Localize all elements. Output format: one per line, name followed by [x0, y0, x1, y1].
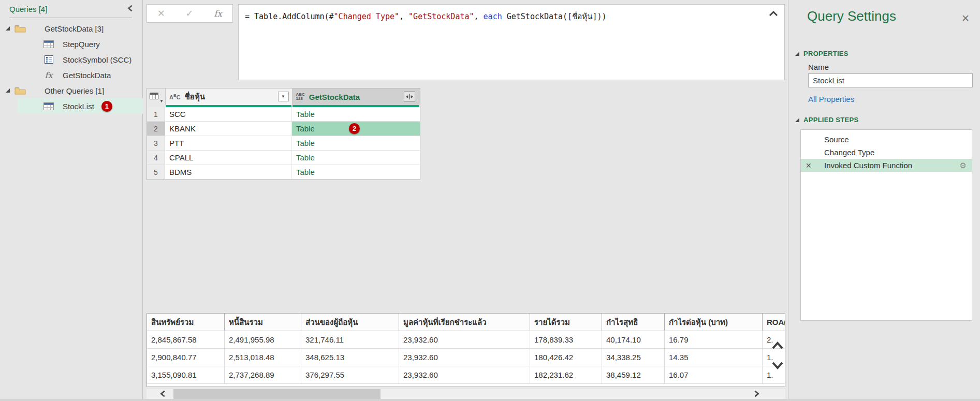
row-number[interactable]: 3 — [147, 136, 165, 150]
table-icon — [43, 102, 54, 110]
expand-triangle-icon[interactable] — [5, 88, 11, 93]
sidebar-item-label: GetStockData — [63, 71, 111, 80]
preview-column-header[interactable]: มูลค่าหุ้นที่เรียกชำระแล้ว — [399, 314, 530, 331]
preview-row: 3,155,090.812,737,268.89376,297.5523,932… — [147, 366, 785, 384]
getstockdata-cell[interactable]: Table — [292, 136, 420, 150]
sidebar-item[interactable]: StepQuery — [0, 36, 143, 52]
applied-steps-list: Source Changed Type ✕ Invoked Custom Fun… — [800, 129, 972, 321]
getstockdata-cell[interactable]: Table2 — [292, 122, 420, 136]
table-row[interactable]: 3 PTT Table — [147, 136, 420, 151]
applied-step-item[interactable]: Source — [801, 133, 972, 146]
preview-column-header[interactable]: หนี้สินรวม — [225, 314, 301, 331]
preview-row: 2,845,867.582,491,955.98321,746.1123,932… — [147, 331, 785, 349]
formula-bar-buttons: ✕ ✓ fx — [147, 4, 233, 23]
stock-name-cell[interactable]: CPALL — [165, 151, 292, 165]
sidebar-item[interactable]: StockSymbol (SCC) — [0, 52, 143, 67]
preview-cell: 38,459.12 — [602, 366, 665, 383]
table-link[interactable]: Table — [296, 168, 315, 176]
scrollbar-thumb[interactable] — [173, 389, 381, 399]
preview-column-header[interactable]: กำไรต่อหุ้น (บาท) — [665, 314, 763, 331]
preview-column-header[interactable]: ส่วนของผู้ถือหุ้น — [301, 314, 399, 331]
table-link[interactable]: Table — [296, 110, 315, 118]
row-number[interactable]: 5 — [147, 165, 165, 179]
preview-cell: 376,297.55 — [301, 366, 399, 383]
column-name: ชื่อหุ้น — [185, 91, 205, 103]
scroll-right-chevron-icon[interactable] — [752, 390, 762, 399]
preview-column-header[interactable]: สินทรัพย์รวม — [147, 314, 225, 331]
preview-cell: 178,839.33 — [530, 331, 602, 348]
query-name-input[interactable] — [808, 73, 973, 87]
sidebar-item[interactable]: Other Queries [1] — [0, 83, 143, 98]
getstockdata-cell[interactable]: Table — [292, 151, 420, 165]
any-type-icon: ABC123 — [296, 93, 305, 101]
row-number[interactable]: 4 — [147, 151, 165, 165]
preview-cell: 16.07 — [665, 366, 763, 383]
scroll-left-chevron-icon[interactable] — [159, 390, 168, 399]
scroll-down-chevron-icon[interactable] — [771, 360, 784, 372]
expand-triangle-icon[interactable] — [5, 26, 11, 31]
all-properties-link[interactable]: All Properties — [808, 95, 854, 103]
delete-step-icon[interactable]: ✕ — [806, 161, 812, 170]
table-link[interactable]: Table — [296, 153, 315, 162]
properties-section-header[interactable]: PROPERTIES — [795, 50, 849, 57]
row-number[interactable]: 2 — [147, 122, 165, 136]
preview-cell: 23,932.60 — [399, 349, 530, 366]
collapse-sidebar-chevron-icon[interactable] — [126, 4, 136, 13]
sidebar-item-label: StepQuery — [63, 40, 100, 49]
getstockdata-cell[interactable]: Table — [292, 107, 420, 121]
query-settings-panel: Query Settings ✕ PROPERTIES Name All Pro… — [788, 0, 980, 401]
table-preview-pane: สินทรัพย์รวมหนี้สินรวมส่วนของผู้ถือหุ้นม… — [147, 313, 785, 387]
formula-cancel-icon[interactable]: ✕ — [157, 8, 165, 19]
table-link[interactable]: Table — [296, 139, 315, 147]
preview-cell: 3,155,090.81 — [147, 366, 225, 383]
preview-cell: 2,491,955.98 — [225, 331, 301, 348]
applied-steps-section-header[interactable]: APPLIED STEPS — [795, 116, 858, 124]
formula-bar[interactable]: = Table.AddColumn(#"Changed Type", "GetS… — [238, 4, 785, 80]
step-settings-gear-icon[interactable]: ⚙ — [960, 161, 967, 170]
preview-column-header[interactable]: รายได้รวม — [530, 314, 602, 331]
formula-accept-icon[interactable]: ✓ — [186, 8, 194, 19]
filter-dropdown-button[interactable]: ▼ — [278, 92, 289, 101]
sidebar-item[interactable]: GetStockData [3] — [0, 21, 143, 36]
row-number[interactable]: 1 — [147, 107, 165, 121]
stock-name-cell[interactable]: PTT — [165, 136, 292, 150]
scroll-up-chevron-icon[interactable] — [771, 340, 784, 352]
column-name: GetStockData — [309, 93, 360, 101]
horizontal-scrollbar[interactable] — [147, 389, 785, 399]
applied-step-label: Changed Type — [824, 148, 874, 157]
getstockdata-cell[interactable]: Table — [292, 165, 420, 179]
expand-column-button[interactable] — [404, 91, 415, 102]
stock-name-cell[interactable]: SCC — [165, 107, 292, 121]
preview-cell: 180,426.42 — [530, 349, 602, 366]
table-row[interactable]: 4 CPALL Table — [147, 151, 420, 165]
table-row[interactable]: 5 BDMS Table — [147, 165, 420, 180]
preview-column-header[interactable]: ROA( — [763, 314, 785, 331]
applied-step-item[interactable]: ✕ Invoked Custom Function ⚙ — [801, 159, 972, 172]
column-header-getstockdata[interactable]: ABC123 GetStockData — [292, 88, 420, 105]
formula-text[interactable]: = Table.AddColumn(#"Changed Type", "GetS… — [245, 10, 607, 23]
filter-caret-icon: ▼ — [281, 94, 285, 99]
applied-step-item[interactable]: Changed Type — [801, 146, 972, 159]
close-panel-icon[interactable]: ✕ — [961, 12, 970, 24]
column-header-stock-name[interactable]: ABC ชื่อหุ้น ▼ — [166, 88, 292, 105]
window-bottom-edge — [0, 399, 980, 401]
preview-column-header[interactable]: กำไรสุทธิ — [602, 314, 665, 331]
grid-rows: 1 SCC Table 2 KBANK Table2 3 PTT Table 4… — [147, 107, 420, 180]
formula-fx-icon[interactable]: fx — [214, 8, 222, 19]
section-expand-triangle-icon — [795, 51, 800, 56]
table-link[interactable]: Table — [296, 124, 315, 133]
parameter-icon — [43, 55, 54, 64]
table-row[interactable]: 2 KBANK Table2 — [147, 122, 420, 136]
sidebar-item[interactable]: StockList 1 — [0, 98, 143, 114]
select-all-corner-button[interactable]: ▼ — [147, 88, 166, 105]
sidebar-item[interactable]: fx GetStockData — [0, 67, 143, 83]
grid-header-row: ▼ ABC ชื่อหุ้น ▼ ABC123 GetStockData — [147, 88, 420, 105]
queries-header-divider — [9, 18, 132, 18]
function-icon: fx — [43, 70, 54, 80]
step-number-badge: 2 — [349, 123, 360, 134]
stock-name-cell[interactable]: BDMS — [165, 165, 292, 179]
preview-row: 2,900,840.772,513,018.48348,625.1323,932… — [147, 349, 785, 366]
stock-name-cell[interactable]: KBANK — [165, 122, 292, 136]
collapse-formula-chevron-icon[interactable] — [769, 10, 778, 18]
table-row[interactable]: 1 SCC Table — [147, 107, 420, 122]
